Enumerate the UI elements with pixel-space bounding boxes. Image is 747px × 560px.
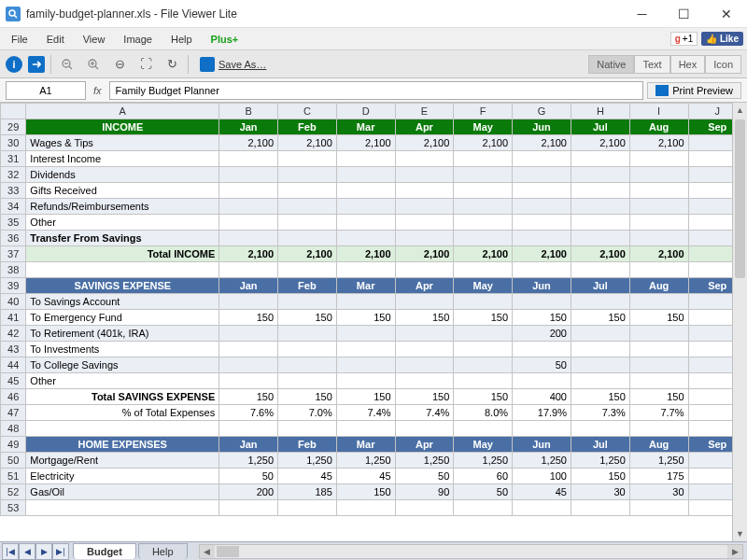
sheet-tab-budget[interactable]: Budget — [73, 543, 136, 559]
spreadsheet-area[interactable]: ABCDEFGHIJ29INCOMEJanFebMarAprMayJunJulA… — [0, 103, 747, 541]
zoom-in-icon[interactable] — [83, 54, 104, 75]
tab-nav-last[interactable]: ▶| — [52, 543, 69, 560]
hscroll-left-icon[interactable]: ◀ — [200, 545, 215, 558]
formula-bar: fx Print Preview — [0, 78, 747, 103]
viewmode-native[interactable]: Native — [588, 55, 634, 74]
scroll-thumb[interactable] — [735, 119, 745, 278]
actual-size-icon[interactable]: ↻ — [162, 54, 182, 75]
sheet-tab-bar: |◀ ◀ ▶ ▶| Budget Help ◀ ▶ — [0, 541, 747, 560]
menu-edit[interactable]: Edit — [39, 32, 72, 47]
info-icon[interactable]: i — [6, 56, 22, 73]
zoom-out-icon[interactable] — [57, 54, 78, 75]
tab-nav-first[interactable]: |◀ — [2, 543, 19, 560]
menu-bar: File Edit View Image Help Plus+ g+1 👍 Li… — [0, 28, 747, 50]
formula-input[interactable] — [109, 81, 644, 100]
printer-icon — [655, 85, 669, 96]
hscroll-right-icon[interactable]: ▶ — [727, 545, 742, 558]
menu-image[interactable]: Image — [116, 32, 160, 47]
scroll-down-icon[interactable]: ▼ — [733, 526, 747, 541]
sheet-tab-help[interactable]: Help — [138, 543, 188, 559]
app-icon — [6, 7, 21, 21]
maximize-button[interactable]: ☐ — [663, 0, 705, 28]
run-icon[interactable]: ➜ — [28, 56, 45, 73]
window-title: family-budget-planner.xls - File Viewer … — [26, 7, 621, 21]
print-preview-button[interactable]: Print Preview — [647, 82, 741, 99]
cell-reference-input[interactable] — [6, 81, 86, 100]
svg-line-8 — [95, 66, 98, 69]
close-button[interactable]: ✕ — [705, 0, 747, 28]
viewmode-icon[interactable]: Icon — [705, 55, 741, 74]
viewmode-text[interactable]: Text — [634, 55, 669, 74]
fx-label: fx — [90, 85, 106, 96]
menu-file[interactable]: File — [4, 32, 35, 47]
svg-line-4 — [69, 66, 72, 69]
svg-line-1 — [14, 15, 17, 18]
menu-help[interactable]: Help — [163, 32, 200, 47]
spreadsheet-grid[interactable]: ABCDEFGHIJ29INCOMEJanFebMarAprMayJunJulA… — [0, 103, 747, 516]
viewmode-hex[interactable]: Hex — [670, 55, 706, 74]
minimize-button[interactable]: ─ — [621, 0, 663, 28]
facebook-like-button[interactable]: 👍 Like — [701, 32, 743, 46]
horizontal-scrollbar[interactable]: ◀ ▶ — [199, 544, 743, 559]
tab-nav-next[interactable]: ▶ — [35, 543, 52, 560]
fit-page-icon[interactable]: ⛶ — [135, 54, 156, 75]
menu-view[interactable]: View — [76, 32, 113, 47]
save-as-button[interactable]: Save As… — [194, 55, 272, 74]
save-icon — [200, 57, 215, 72]
fit-width-icon[interactable]: ⊖ — [109, 54, 130, 75]
toolbar: i ➜ ⊖ ⛶ ↻ Save As… Native Text Hex Icon — [0, 50, 747, 78]
vertical-scrollbar[interactable]: ▲ ▼ — [732, 103, 747, 541]
title-bar: family-budget-planner.xls - File Viewer … — [0, 0, 747, 28]
scroll-up-icon[interactable]: ▲ — [733, 103, 747, 118]
hscroll-thumb[interactable] — [217, 546, 239, 557]
tab-nav-prev[interactable]: ◀ — [19, 543, 35, 560]
menu-plus[interactable]: Plus+ — [204, 32, 247, 47]
google-plus-button[interactable]: g+1 — [670, 32, 698, 46]
